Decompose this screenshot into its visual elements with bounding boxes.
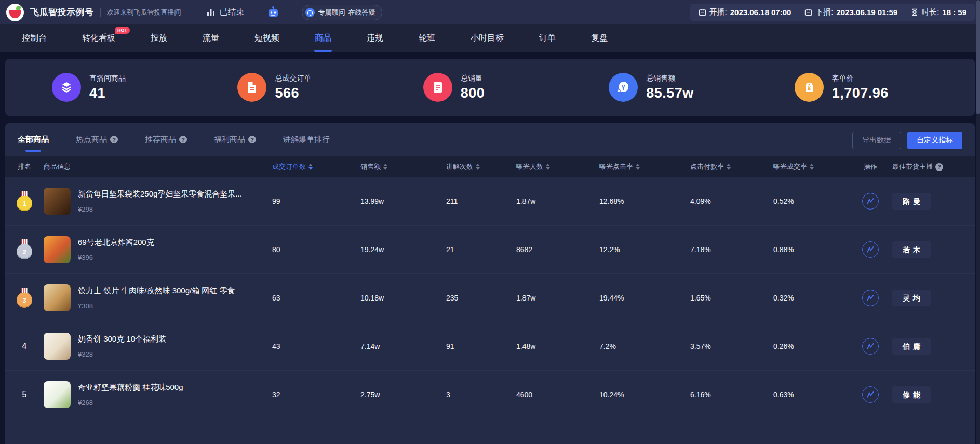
- trend-chart-icon[interactable]: [862, 386, 879, 403]
- nav-tab-复盘[interactable]: 复盘: [573, 24, 625, 52]
- sort-asc-icon[interactable]: [308, 164, 313, 166]
- sort-desc-icon[interactable]: [636, 167, 640, 170]
- column-label: 曝光成交率: [773, 162, 807, 172]
- anchor-button[interactable]: 灵均: [892, 290, 931, 306]
- sort-carets-icon[interactable]: [636, 164, 640, 170]
- nav-tab-流量[interactable]: 流量: [185, 24, 237, 52]
- sort-asc-icon[interactable]: [546, 164, 550, 166]
- sort-desc-icon[interactable]: [476, 167, 480, 170]
- customize-metrics-button[interactable]: 自定义指标: [907, 132, 962, 149]
- column-header-曝光人数[interactable]: 曝光人数: [516, 162, 599, 172]
- nav-tab-控制台[interactable]: 控制台: [4, 24, 64, 52]
- product-thumbnail[interactable]: [44, 284, 71, 311]
- robot-assistant-icon[interactable]: [266, 6, 280, 19]
- exposure-cell: 4600: [516, 390, 599, 399]
- sort-asc-icon[interactable]: [383, 164, 387, 166]
- sales-cell: 13.99w: [360, 197, 446, 205]
- sort-carets-icon[interactable]: [383, 164, 387, 170]
- column-header-商品信息: 商品信息: [44, 162, 272, 172]
- sort-desc-icon[interactable]: [308, 167, 313, 170]
- help-icon[interactable]: ?: [248, 136, 256, 143]
- trend-chart-icon[interactable]: [862, 290, 879, 306]
- sort-carets-icon[interactable]: [476, 164, 480, 170]
- product-name[interactable]: 奶香饼 300克 10个福利装: [78, 334, 166, 344]
- product-name[interactable]: 新货每日坚果袋装250g孕妇坚果零食混合坚果...: [78, 189, 242, 199]
- page-scrollbar[interactable]: [976, 0, 980, 444]
- column-header-讲解次数[interactable]: 讲解次数: [446, 162, 516, 172]
- feigua-logo-icon[interactable]: [6, 4, 24, 21]
- anchor-button[interactable]: 路曼: [892, 193, 931, 210]
- operation-cell: [849, 338, 892, 355]
- logo-smile-shape: [9, 10, 21, 18]
- sub-tab-福利商品[interactable]: 福利商品?: [214, 135, 256, 152]
- sub-tab-全部商品[interactable]: 全部商品: [18, 135, 49, 152]
- start-value: 2023.06.18 07:00: [730, 8, 791, 17]
- sales-cell: 19.24w: [360, 245, 446, 254]
- sort-desc-icon[interactable]: [546, 167, 550, 170]
- sort-asc-icon[interactable]: [636, 164, 640, 166]
- nav-tab-短视频[interactable]: 短视频: [237, 24, 297, 52]
- column-header-点击付款率[interactable]: 点击付款率: [690, 162, 773, 172]
- anchor-button[interactable]: 伯庸: [892, 338, 931, 355]
- nav-tab-label: 流量: [203, 33, 219, 44]
- product-meta: 69号老北京炸酱200克¥396: [78, 238, 154, 262]
- sort-carets-icon[interactable]: [546, 164, 550, 170]
- nav-tab-订单[interactable]: 订单: [521, 24, 573, 52]
- product-name[interactable]: 奇亚籽坚果藕粉羹 桂花味500g: [78, 383, 183, 393]
- nav-tab-转化看板[interactable]: 转化看板HOT: [64, 24, 133, 52]
- trend-chart-icon[interactable]: [862, 338, 879, 355]
- column-header-最佳带货主播: 最佳带货主播?: [892, 162, 975, 172]
- scrollbar-thumb[interactable]: [976, 0, 980, 114]
- products-panel: 全部商品热点商品?推荐商品?福利商品?讲解爆单排行 导出数据 自定义指标 排名商…: [5, 123, 975, 444]
- logo-leaf-shape: [16, 6, 22, 10]
- yuan-bubble-icon: ¥: [609, 73, 638, 102]
- product-name[interactable]: 馍力士 馍片 牛肉味/孜然味 300g/箱 网红 零食: [78, 286, 235, 296]
- sub-tabs-row: 全部商品热点商品?推荐商品?福利商品?讲解爆单排行: [5, 123, 975, 156]
- nav-tab-小时目标[interactable]: 小时目标: [453, 24, 521, 52]
- sort-carets-icon[interactable]: [727, 164, 731, 170]
- column-header-销售额[interactable]: 销售额: [360, 162, 446, 172]
- stat-value: 41: [89, 85, 126, 101]
- anchor-button[interactable]: 修能: [892, 386, 931, 403]
- sort-asc-icon[interactable]: [727, 164, 731, 166]
- sort-asc-icon[interactable]: [810, 164, 814, 166]
- help-icon[interactable]: ?: [935, 163, 943, 171]
- help-icon[interactable]: ?: [179, 136, 187, 143]
- nav-tab-投放[interactable]: 投放: [133, 24, 185, 52]
- product-thumbnail[interactable]: [44, 333, 71, 360]
- sub-tab-推荐商品[interactable]: 推荐商品?: [145, 135, 187, 152]
- exposure-click-rate-cell: 7.2%: [599, 342, 690, 350]
- sort-asc-icon[interactable]: [476, 164, 480, 166]
- help-icon[interactable]: ?: [110, 136, 118, 143]
- trend-chart-icon[interactable]: [862, 193, 879, 210]
- product-thumbnail[interactable]: [44, 188, 71, 215]
- product-thumbnail[interactable]: [44, 381, 71, 408]
- nav-tab-违规[interactable]: 违规: [349, 24, 401, 52]
- best-anchor-cell: 修能: [892, 386, 975, 403]
- sales-cell: 2.75w: [360, 390, 446, 399]
- stat-card-总成交订单: 总成交订单566: [211, 73, 397, 102]
- sub-tab-讲解爆单排行[interactable]: 讲解爆单排行: [283, 135, 330, 152]
- column-header-成交订单数[interactable]: 成交订单数: [272, 162, 360, 172]
- sort-desc-icon[interactable]: [727, 167, 731, 170]
- sort-desc-icon[interactable]: [383, 167, 387, 170]
- product-name[interactable]: 69号老北京炸酱200克: [78, 238, 154, 247]
- consultant-badge[interactable]: 专属顾问 在线答疑: [302, 5, 382, 20]
- sort-desc-icon[interactable]: [810, 167, 814, 170]
- nav-tab-商品[interactable]: 商品: [297, 24, 349, 52]
- live-status: 已结束: [206, 7, 245, 18]
- nav-tab-label: 控制台: [22, 33, 47, 44]
- product-thumbnail[interactable]: [44, 236, 71, 263]
- sort-carets-icon[interactable]: [810, 164, 814, 170]
- anchor-button[interactable]: 若木: [892, 241, 931, 258]
- product-info-cell: 馍力士 馍片 牛肉味/孜然味 300g/箱 网红 零食¥308: [44, 284, 272, 311]
- stat-label: 客单价: [832, 74, 889, 83]
- sort-carets-icon[interactable]: [308, 164, 313, 170]
- column-header-曝光成交率[interactable]: 曝光成交率: [773, 162, 849, 172]
- table-row: 3馍力士 馍片 牛肉味/孜然味 300g/箱 网红 零食¥3086310.18w…: [5, 274, 975, 322]
- export-data-button[interactable]: 导出数据: [852, 132, 901, 149]
- sub-tab-热点商品[interactable]: 热点商品?: [76, 135, 118, 152]
- trend-chart-icon[interactable]: [862, 241, 879, 258]
- nav-tab-轮班[interactable]: 轮班: [401, 24, 453, 52]
- column-header-曝光点击率[interactable]: 曝光点击率: [599, 162, 690, 172]
